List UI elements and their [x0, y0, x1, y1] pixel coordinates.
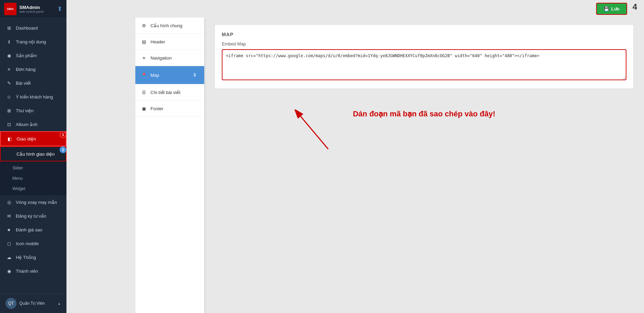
panel-item-label: Header — [150, 39, 165, 44]
sidebar-item-label: Thành viên — [16, 269, 38, 274]
sidebar-item-san-pham[interactable]: ◉ Sản phẩm — [0, 49, 66, 62]
panel-item-label: Map — [150, 73, 159, 78]
map-icon: 📍 — [141, 72, 147, 78]
dang-ky-icon: ✉ — [6, 212, 12, 219]
icon-mobile-icon: ◻ — [6, 240, 12, 247]
cau-hinh-chung-icon: ⚙ — [141, 22, 147, 29]
annotation-arrow — [283, 109, 352, 151]
panel-item-label: Cấu hình chung — [150, 23, 183, 28]
sidebar-item-label: Ý kiến khách hàng — [16, 94, 53, 100]
logo-title: SMAdmin — [19, 5, 44, 10]
trang-noi-dung-icon: ℹ — [6, 38, 12, 45]
content-area: ⚙ Cấu hình chung ▤ Header ≡ Navigation 📍… — [66, 18, 644, 313]
sidebar-item-don-hang[interactable]: ≡ Đơn hàng — [0, 62, 66, 76]
sidebar-item-label: Đăng ký tư vấn — [16, 213, 46, 219]
panel-item-header[interactable]: ▤ Header — [135, 34, 204, 50]
panel-item-label: Navigation — [150, 55, 172, 61]
y-kien-icon: ☺ — [6, 93, 12, 100]
left-panel: ⚙ Cấu hình chung ▤ Header ≡ Navigation 📍… — [135, 18, 204, 313]
sidebar-item-label: Đơn hàng — [16, 67, 35, 72]
sidebar-item-menu[interactable]: Menu — [0, 173, 66, 184]
sidebar-item-slider[interactable]: Slider — [0, 163, 66, 173]
panel-item-chi-tiet-bai-viet[interactable]: ☰ Chi tiết bài viết — [135, 84, 204, 101]
giao-dien-icon: ◧ — [6, 135, 13, 142]
sidebar-item-label: Album ảnh — [16, 122, 38, 127]
sidebar-item-label: Hệ Thống — [16, 255, 36, 260]
sidebar-logo: SMA SMAdmin web control panel ⬆ — [0, 0, 66, 18]
navigation-icon: ≡ — [141, 55, 147, 61]
sidebar-item-trang-noi-dung[interactable]: ℹ Trang nội dung — [0, 35, 66, 49]
header-icon: ▤ — [141, 39, 147, 45]
sidebar-item-label: Vòng xoay may mắn — [16, 200, 57, 205]
sidebar-item-danh-gia[interactable]: ★ Đánh giá sao — [0, 223, 66, 237]
badge-3: 3 — [190, 71, 199, 79]
sidebar-item-label: Trang nội dung — [16, 39, 46, 44]
don-hang-icon: ≡ — [6, 66, 12, 73]
chi-tiet-icon: ☰ — [141, 89, 147, 95]
right-content: MAP Embed Map <iframe src="https://www.g… — [204, 18, 644, 313]
panel-item-label: Chi tiết bài viết — [150, 90, 180, 95]
logo-icon: SMA — [4, 3, 17, 15]
thu-vien-icon: ⊠ — [6, 107, 12, 114]
sidebar: SMA SMAdmin web control panel ⬆ ⊞ Dashbo… — [0, 0, 66, 313]
save-button[interactable]: 💾 Lưu — [596, 3, 627, 15]
sidebar-item-label: Đánh giá sao — [16, 227, 42, 232]
sidebar-item-cau-hinh-giao-dien[interactable]: Cấu hình giao diện 2 — [0, 146, 66, 161]
sidebar-item-dang-ky[interactable]: ✉ Đăng ký tư vấn — [0, 209, 66, 223]
sidebar-nav: ⊞ Dashboard ℹ Trang nội dung ◉ Sản phẩm … — [0, 18, 66, 293]
svg-line-1 — [301, 116, 328, 149]
badge-2: 2 — [60, 146, 66, 153]
panel-item-cau-hinh-chung[interactable]: ⚙ Cấu hình chung — [135, 18, 204, 34]
album-anh-icon: ⊡ — [6, 121, 12, 128]
sidebar-item-giao-dien[interactable]: ◧ Giao diện 1 — [0, 131, 66, 146]
vong-xoay-icon: ◎ — [6, 199, 12, 206]
panel-item-footer[interactable]: ▣ Footer — [135, 101, 204, 117]
san-pham-icon: ◉ — [6, 52, 12, 59]
embed-map-textarea[interactable]: <iframe src="https://www.google.com/maps… — [222, 49, 626, 80]
annotation-area: Dán đoạn mã bạn đã sao chép vào đây! — [215, 109, 634, 178]
sidebar-item-vong-xoay[interactable]: ◎ Vòng xoay may mắn — [0, 195, 66, 209]
embed-map-label: Embed Map — [222, 41, 626, 46]
sidebar-item-label: Dashboard — [16, 25, 38, 31]
save-label: Lưu — [611, 6, 620, 11]
save-icon: 💾 — [604, 6, 609, 11]
step4-badge: 4 — [633, 3, 637, 15]
sidebar-item-bai-viet[interactable]: ✎ Bài viết — [0, 76, 66, 90]
thanh-vien-icon: ◉ — [6, 268, 12, 274]
sidebar-item-dashboard[interactable]: ⊞ Dashboard — [0, 21, 66, 35]
top-bar: 💾 Lưu 4 — [66, 0, 644, 18]
cau-hinh-icon — [6, 150, 13, 157]
sidebar-item-label: Giao diện — [17, 136, 36, 142]
sidebar-item-icon-mobile[interactable]: ◻ Icon mobile — [0, 237, 66, 250]
sidebar-item-he-thong[interactable]: ☁ Hệ Thống — [0, 250, 66, 264]
sidebar-item-label: Bài viết — [16, 81, 31, 86]
panel-item-label: Footer — [150, 106, 164, 111]
sidebar-item-label: Sản phẩm — [16, 53, 37, 58]
sidebar-item-label: Cấu hình giao diện — [17, 152, 55, 157]
danh-gia-icon: ★ — [6, 226, 12, 233]
he-thong-icon: ☁ — [6, 254, 12, 261]
avatar: QT — [6, 298, 17, 309]
chevron-up-icon: ▲ — [58, 302, 61, 305]
footer-icon: ▣ — [141, 105, 147, 112]
panel-item-map[interactable]: 📍 Map 3 — [135, 66, 204, 84]
sidebar-item-y-kien[interactable]: ☺ Ý kiến khách hàng — [0, 90, 66, 104]
sidebar-item-widget[interactable]: Widget — [0, 184, 66, 194]
bai-viet-icon: ✎ — [6, 80, 12, 86]
main-area: 💾 Lưu 4 ⚙ Cấu hình chung ▤ Header ≡ Navi… — [66, 0, 644, 313]
dashboard-icon: ⊞ — [6, 24, 12, 31]
map-section-title: MAP — [222, 32, 626, 37]
logo-subtitle: web control panel — [19, 10, 44, 13]
sidebar-item-label: Thư viện — [16, 108, 33, 113]
bottom-label: Quản Trị Viên — [19, 301, 45, 306]
panel-item-navigation[interactable]: ≡ Navigation — [135, 50, 204, 66]
logo-right-icon: ⬆ — [57, 5, 62, 13]
sidebar-bottom: QT Quản Trị Viên ▲ — [0, 293, 66, 313]
sub-nav: Slider Menu Widget — [0, 161, 66, 195]
sidebar-item-thu-vien[interactable]: ⊠ Thư viện — [0, 104, 66, 117]
sidebar-item-thanh-vien[interactable]: ◉ Thành viên — [0, 264, 66, 278]
sidebar-item-album-anh[interactable]: ⊡ Album ảnh — [0, 117, 66, 131]
sidebar-item-label: Icon mobile — [16, 241, 39, 246]
annotation-text: Dán đoạn mã bạn đã sao chép vào đây! — [215, 109, 634, 118]
map-section: MAP Embed Map <iframe src="https://www.g… — [215, 24, 634, 89]
